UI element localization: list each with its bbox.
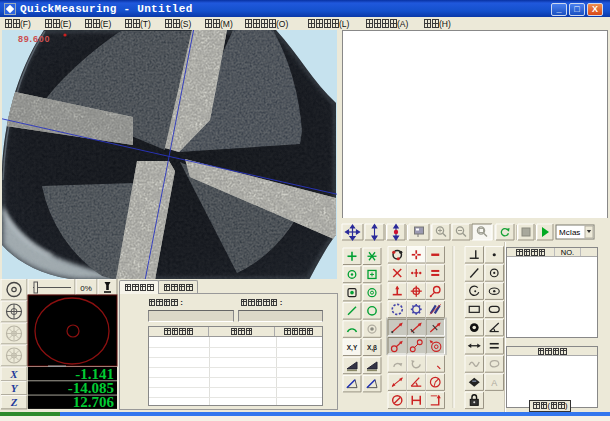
svg-text:X,Y: X,Y xyxy=(347,344,358,352)
svg-text:X,β: X,β xyxy=(367,344,377,352)
svg-text:0%: 0% xyxy=(80,284,92,293)
svg-text:12.706: 12.706 xyxy=(73,394,115,410)
svg-text:89.600: 89.600 xyxy=(18,34,50,44)
svg-text:X: X xyxy=(9,368,18,380)
svg-text:McIas: McIas xyxy=(559,228,580,237)
svg-text:Z: Z xyxy=(10,396,18,408)
svg-text:A: A xyxy=(491,378,497,388)
